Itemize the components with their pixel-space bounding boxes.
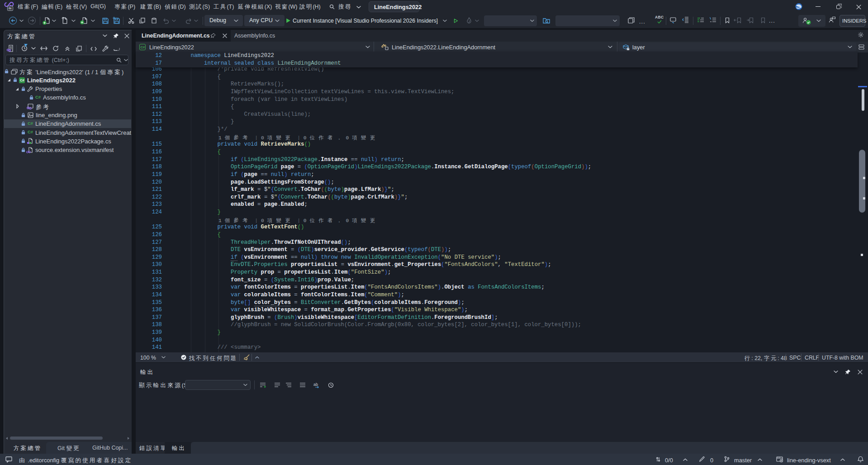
svg-text:ab: ab [313,382,318,387]
